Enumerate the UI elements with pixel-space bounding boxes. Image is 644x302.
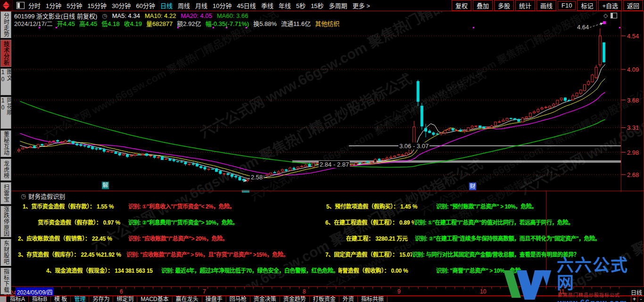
period-item-季线[interactable]: 季线 (261, 1, 273, 10)
event-marker-财[interactable]: 财 (469, 183, 476, 190)
period-item-周线[interactable]: 周线 (178, 1, 190, 10)
period-item-45日线[interactable]: 45日线 (237, 1, 256, 10)
tool-button-画线[interactable]: 画线 (537, 0, 556, 11)
tab-打板资金[interactable]: 打板资金 (310, 296, 339, 302)
clock-icon[interactable]: ◷ (102, 12, 107, 19)
period-item-15秒[interactable]: 15秒 (311, 1, 323, 10)
period-item-10分钟[interactable]: 10分钟 (213, 1, 231, 10)
candle-body (549, 106, 551, 108)
period-item-分时[interactable]: 分时 (28, 1, 41, 10)
sidebar-item-技术分析[interactable]: 技术分析 (0, 40, 11, 67)
candle-body (463, 131, 466, 132)
sidebar-item-图文10[interactable]: 图文10 (0, 68, 11, 95)
pane-icon[interactable] (611, 13, 617, 18)
tab-corner-block (0, 296, 7, 302)
indicator-icon[interactable]: ◷ (21, 193, 26, 200)
tab-管理[interactable]: 管理 (71, 296, 89, 302)
sidebar-item-指标下载[interactable]: 指标下载 (0, 268, 11, 294)
quote-token: 换5.88% (253, 19, 277, 28)
fraud-row-detect-right: 识别: "预付账款"/"总资产" > 10%，危险。 (436, 202, 537, 210)
event-marker-解[interactable]: 解 (102, 182, 109, 189)
timeline-tick (308, 287, 309, 289)
candle-body (134, 154, 136, 155)
logo-url[interactable]: www.66gsw.com (558, 299, 644, 302)
period-item-5秒[interactable]: 5秒 (296, 1, 305, 10)
candle-body (553, 104, 555, 106)
sidebar-item-分时走势[interactable]: 分时走势 (0, 11, 11, 38)
tab-指标B[interactable]: 指标B (29, 296, 51, 302)
logo-brand-text: 六六公式网 (557, 257, 644, 293)
candle-body (239, 177, 241, 180)
tool-button-叠加[interactable]: 叠加 (473, 0, 493, 11)
selected-date-box[interactable]: 2024/05/09/四 (16, 287, 54, 296)
tool-button-F10[interactable]: F10 (558, 1, 576, 10)
tool-button-标记[interactable]: 标记 (577, 0, 597, 11)
timeline-tick (217, 287, 217, 289)
ma-token: MA5: 4.34 (112, 12, 140, 19)
candle-body (277, 172, 280, 173)
tool-button-+自选[interactable]: +自选 (598, 0, 622, 11)
tab-MACD基本[interactable]: MACD基本 (137, 296, 172, 302)
tab-指标共振[interactable]: 指标共振 (358, 296, 388, 302)
sidebar-item-董秘互动[interactable]: 董秘互动 (0, 130, 11, 157)
tab-赢在龙头[interactable]: 赢在龙头 (173, 296, 202, 302)
candle-body (118, 153, 121, 155)
candle-body (541, 108, 543, 109)
fraud-row-label-left: 3、存货造假（假库存）： 22.45 %21.92 % (18, 250, 121, 258)
sidebar-item-扫雷宝[interactable]: 扫雷宝 (0, 182, 11, 204)
period-item-15分钟[interactable]: 15分钟 (87, 1, 106, 10)
tab-外资[interactable]: 外资 (339, 296, 358, 302)
fraud-row-label-left: 2、应收账款造假（假销售）： 22.45 % (18, 234, 112, 242)
period-item-更多 >[interactable]: 更多 > (353, 1, 370, 10)
candle-body (579, 90, 582, 93)
candle-body (91, 147, 94, 149)
tab-资金趋势[interactable]: 资金趋势 (280, 296, 310, 302)
timeline-tick (491, 287, 492, 289)
candle-body (545, 107, 547, 108)
candle-body (95, 149, 98, 149)
candle-body (153, 156, 156, 157)
fraud-row-label-left: 4、现金流造假（假现金）： 134 381 563 15 (46, 266, 153, 274)
tool-button-统计[interactable]: 统计 (515, 0, 535, 11)
tab-资金决策[interactable]: 资金决策 (250, 296, 280, 302)
period-item-30分钟[interactable]: 30分钟 (112, 1, 131, 10)
y-axis-tick-label: 3.31 (627, 124, 639, 131)
fraud-row-detect-right: 识别: ①"在建工程"/"总资产"的值对比同行，若远高于同行，危险。 (414, 218, 574, 226)
tool-button-返回[interactable]: 返回 (623, 0, 643, 11)
watermark: 六六公式网 www.66gsw.com 聚焦热门精品炒股指标公式 (417, 80, 644, 218)
candle-body (37, 144, 40, 148)
sidebar-item-涨跌停原因[interactable]: 涨跌停原因 (0, 206, 11, 238)
window-split-icon[interactable] (17, 2, 25, 9)
tab-另存为[interactable]: 另存为 (89, 296, 113, 302)
candle-body (53, 141, 55, 142)
updown-arrows-icon[interactable] (0, 0, 13, 11)
quote-token: 2024/12/17/二 (14, 19, 53, 28)
watermark: 六六公式网 www.66gsw.com 聚焦热门精品炒股指标公式 (157, 152, 486, 302)
tab-指标A[interactable]: 指标A (7, 296, 29, 302)
candle-body (394, 156, 396, 157)
tool-button-复权[interactable]: 复权 (452, 0, 471, 11)
tab-模板[interactable]: 模 板 (51, 296, 71, 302)
tab-回马枪[interactable]: 回马枪 (226, 296, 250, 302)
period-item-60分钟[interactable]: 60分钟 (136, 1, 155, 10)
sidebar-item-龙虎榜[interactable]: 龙虎榜 (0, 159, 11, 181)
candle-body (83, 146, 86, 146)
candle-body (45, 144, 47, 146)
period-item-月线[interactable]: 月线 (195, 1, 207, 10)
period-item-1分钟[interactable]: 1分钟 (46, 1, 61, 10)
sidebar-item-同花顺10[interactable]: 同花顺10 (0, 97, 11, 129)
period-item-5分钟[interactable]: 5分钟 (66, 1, 82, 10)
timeline-month-10: 10 (480, 288, 486, 295)
tab-操盘手[interactable]: 操盘手 (202, 296, 226, 302)
candle-body (122, 154, 124, 155)
tab-绑定到[interactable]: 绑定到 (113, 296, 137, 302)
tool-button-多股[interactable]: 多股 (494, 0, 514, 11)
period-item-多周期[interactable]: 多周期 (329, 1, 347, 10)
candle-body (161, 157, 164, 160)
sidebar-item-东财股吧[interactable]: 东财股吧 (0, 239, 11, 266)
period-item-年线[interactable]: 年线 (279, 1, 291, 10)
candle-body (494, 122, 496, 126)
period-item-日线[interactable]: 日线 (160, 1, 173, 10)
ma-token: MA10: 4.22 (145, 12, 176, 19)
diamond-icon[interactable]: ◇ (603, 12, 608, 19)
